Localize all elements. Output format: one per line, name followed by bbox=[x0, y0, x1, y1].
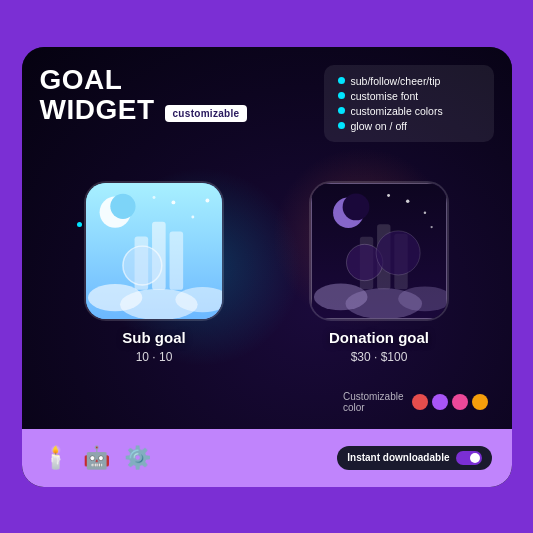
svg-rect-9 bbox=[170, 231, 184, 289]
bottom-icons: 🕯️ 🤖 ⚙️ bbox=[42, 445, 151, 471]
sub-goal-label: Sub goal bbox=[122, 329, 185, 346]
robot-icon[interactable]: 🤖 bbox=[83, 445, 110, 471]
main-card: GOAL WIDGET customizable sub/follow/chee… bbox=[22, 47, 512, 487]
customizable-badge: customizable bbox=[165, 105, 248, 122]
title-area: GOAL WIDGET customizable bbox=[40, 65, 248, 127]
instant-label: Instant downloadable bbox=[347, 452, 449, 463]
feature-item-3: customizable colors bbox=[338, 105, 480, 117]
svg-point-16 bbox=[343, 193, 370, 220]
color-row: Customizablecolor bbox=[22, 383, 512, 423]
header-section: GOAL WIDGET customizable sub/follow/chee… bbox=[22, 47, 512, 152]
instant-downloadable-badge: Instant downloadable bbox=[337, 446, 491, 470]
feature-label-3: customizable colors bbox=[351, 105, 443, 117]
color-dot-orange bbox=[472, 394, 488, 410]
color-dot-purple bbox=[432, 394, 448, 410]
color-dot-pink bbox=[452, 394, 468, 410]
gear-icon[interactable]: ⚙️ bbox=[124, 445, 151, 471]
bullet-2 bbox=[338, 92, 345, 99]
donation-goal-image bbox=[309, 181, 449, 321]
feature-item-1: sub/follow/cheer/tip bbox=[338, 75, 480, 87]
features-list: sub/follow/cheer/tip customise font cust… bbox=[324, 65, 494, 142]
donation-goal-sublabel: $30 · $100 bbox=[351, 350, 408, 364]
svg-point-10 bbox=[123, 246, 162, 285]
sub-goal-sublabel: 10 · 10 bbox=[136, 350, 173, 364]
donation-goal-card: Donation goal $30 · $100 bbox=[309, 181, 449, 364]
download-toggle[interactable] bbox=[456, 451, 482, 465]
svg-point-3 bbox=[171, 200, 175, 204]
sub-goal-image bbox=[84, 181, 224, 321]
outer-wrapper: GOAL WIDGET customizable sub/follow/chee… bbox=[0, 0, 533, 533]
color-dot-red bbox=[412, 394, 428, 410]
svg-point-19 bbox=[387, 194, 390, 197]
title-line2: WIDGET bbox=[40, 94, 155, 125]
content-section: Sub goal 10 · 10 bbox=[22, 152, 512, 383]
bullet-4 bbox=[338, 122, 345, 129]
title-box: GOAL WIDGET customizable bbox=[40, 65, 248, 127]
svg-point-2 bbox=[110, 193, 135, 218]
svg-point-4 bbox=[191, 215, 194, 218]
color-label: Customizablecolor bbox=[343, 391, 404, 413]
svg-point-25 bbox=[376, 230, 420, 274]
main-title: GOAL WIDGET bbox=[40, 65, 155, 127]
candle-icon[interactable]: 🕯️ bbox=[42, 445, 69, 471]
svg-point-20 bbox=[430, 225, 432, 227]
svg-point-18 bbox=[424, 211, 426, 213]
color-dots-row bbox=[412, 394, 488, 410]
title-line1: GOAL bbox=[40, 64, 123, 95]
bullet-1 bbox=[338, 77, 345, 84]
bullet-3 bbox=[338, 107, 345, 114]
feature-item-2: customise font bbox=[338, 90, 480, 102]
feature-label-2: customise font bbox=[351, 90, 419, 102]
sub-goal-bg bbox=[86, 183, 222, 319]
donation-goal-label: Donation goal bbox=[329, 329, 429, 346]
sub-goal-svg bbox=[86, 183, 222, 319]
bottom-bar: 🕯️ 🤖 ⚙️ Instant downloadable bbox=[22, 429, 512, 487]
svg-point-6 bbox=[205, 198, 209, 202]
feature-label-1: sub/follow/cheer/tip bbox=[351, 75, 441, 87]
donation-goal-svg bbox=[312, 184, 446, 318]
svg-point-17 bbox=[406, 199, 409, 202]
svg-point-5 bbox=[153, 196, 156, 199]
feature-label-4: glow on / off bbox=[351, 120, 407, 132]
sub-goal-card: Sub goal 10 · 10 bbox=[84, 181, 224, 364]
donation-goal-bg bbox=[311, 183, 447, 319]
feature-item-4: glow on / off bbox=[338, 120, 480, 132]
